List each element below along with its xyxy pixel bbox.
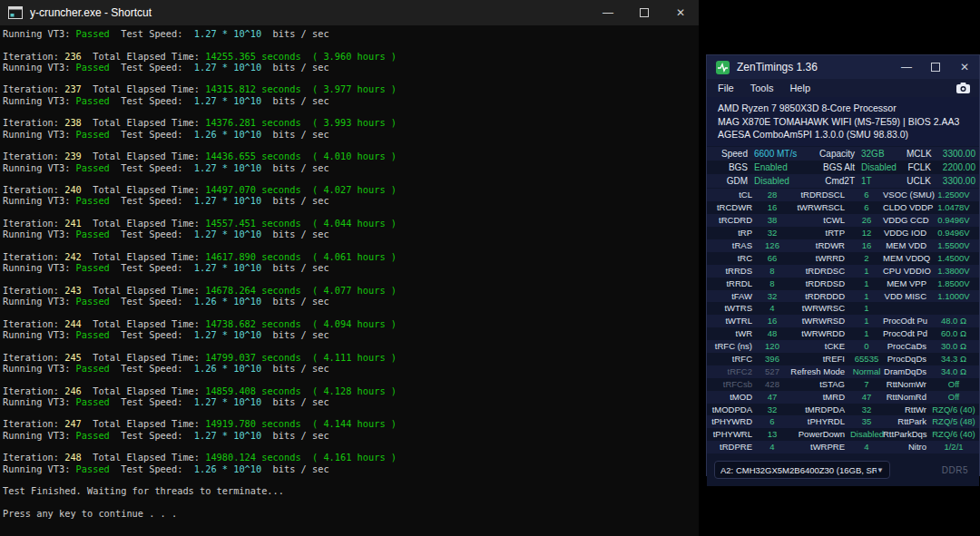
zentimings-close-button[interactable]: ✕ — [950, 55, 979, 79]
agesa-version: AGESA ComboAm5PI 1.3.0.0 (SMU 98.83.0) — [718, 128, 979, 141]
zentimings-minimize-button[interactable]: — — [892, 55, 921, 79]
menu-help[interactable]: Help — [781, 83, 818, 93]
timing-value: 32 — [758, 290, 787, 303]
timing-value: 527 — [758, 365, 787, 378]
timing-value: 4 — [850, 441, 883, 453]
memory-module-dropdown[interactable]: A2: CMH32GX5M2B6400Z30 (16GB, SR) ▼ — [714, 461, 890, 479]
bottom-bar: A2: CMH32GX5M2B6400Z30 (16GB, SR) ▼ DDR5 — [707, 453, 979, 486]
timing-label: VDDG CCD — [883, 214, 932, 227]
timing-label: VSOC (SMU) — [883, 189, 932, 201]
timing-value: 1.4500V — [932, 252, 975, 265]
console-blank-line — [3, 207, 699, 218]
maximize-icon — [640, 8, 649, 17]
timing-row: tRP32tRTP12VDDG IOD0.9496V — [707, 227, 979, 239]
console-running-line: Running VT3: Passed Test Speed: 1.27 * 1… — [3, 430, 699, 441]
zentimings-window: ZenTimings 1.36 — ✕ File Tools Help AMD … — [706, 54, 980, 476]
timing-label: tSTAG — [787, 378, 850, 391]
menu-file[interactable]: File — [707, 83, 742, 93]
timing-value: 8 — [758, 278, 787, 290]
console-running-line: Running VT3: Passed Test Speed: 1.27 * 1… — [3, 262, 699, 273]
console-minimize-button[interactable]: — — [590, 0, 626, 25]
console-close-button[interactable]: ✕ — [662, 0, 699, 25]
timing-value: 1.5500V — [932, 239, 975, 252]
timing-label: tWRWRSCL — [787, 201, 850, 214]
timing-value: 4 — [758, 441, 787, 453]
timing-label: ProcOdt Pu — [883, 315, 932, 327]
timing-value: 16 — [758, 315, 787, 327]
timing-row: tWTRL16tWRWRSD1ProcOdt Pu48.0 Ω — [707, 315, 979, 327]
timing-value: 1 — [850, 278, 883, 290]
config-value: Disabled — [861, 161, 906, 174]
timing-value: RZQ/5 (48) — [932, 415, 975, 428]
timing-row: tPHYWRL13PowerDownDisabledRttParkDqsRZQ/… — [707, 428, 979, 441]
timing-value: Off — [932, 378, 975, 391]
timing-row: tWR48tWRWRDD1ProcOdt Pd60.0 Ω — [707, 327, 979, 340]
timing-label: tRC — [707, 252, 758, 265]
zentimings-maximize-button[interactable] — [921, 55, 950, 79]
timing-value: 1.3800V — [932, 265, 975, 278]
timing-value: 47 — [850, 391, 883, 404]
timing-value: 1 — [850, 265, 883, 278]
console-footer-line: Test Finished. Waiting for threads to te… — [3, 485, 699, 496]
timing-label: tCL — [707, 189, 758, 201]
timing-label: tREFI — [787, 353, 850, 365]
timing-label: CLDO VDDP — [883, 201, 932, 214]
timing-label: tWRWRSD — [787, 315, 850, 327]
console-blank-line — [3, 441, 699, 452]
timing-label: tCKE — [787, 340, 850, 353]
timing-value: 8 — [758, 265, 787, 278]
timing-value: 1 — [850, 327, 883, 340]
timing-label: tWRRD — [787, 252, 850, 265]
timing-value: 1.8500V — [932, 278, 975, 290]
timing-row: tPHYWRD6tPHYRDL35RttParkRZQ/5 (48) — [707, 415, 979, 428]
console-maximize-button[interactable] — [626, 0, 662, 25]
timing-value: Disabled — [850, 428, 883, 441]
console-blank-line — [3, 474, 699, 485]
memory-type-badge: DDR5 — [942, 465, 968, 475]
console-app-icon — [8, 6, 23, 19]
camera-icon — [956, 83, 970, 93]
config-value: Disabled — [754, 174, 808, 188]
console-window: y-cruncher.exe - Shortcut — ✕ Running VT… — [0, 0, 699, 536]
timing-label: RttNomRd — [883, 391, 932, 404]
config-value: 6600 MT/s — [754, 147, 808, 161]
timing-value: 2 — [850, 252, 883, 265]
timing-value: 32 — [758, 227, 787, 239]
screenshot-button[interactable] — [956, 83, 970, 93]
timing-value: 16 — [758, 201, 787, 214]
timing-value: 0.9496V — [932, 227, 975, 239]
timing-label: DramDqDs — [883, 365, 932, 378]
timing-value: 66 — [758, 252, 787, 265]
menu-tools[interactable]: Tools — [742, 83, 782, 93]
timing-value: 4 — [758, 302, 787, 315]
console-running-line: Running VT3: Passed Test Speed: 1.27 * 1… — [3, 28, 699, 39]
config-label: Cmd2T — [808, 174, 861, 188]
config-label: Capacity — [808, 147, 861, 161]
timing-value: 126 — [758, 239, 787, 252]
memory-module-label: A2: CMH32GX5M2B6400Z30 (16GB, SR) — [720, 465, 877, 475]
timing-value: 1 — [850, 302, 883, 315]
timing-label: tMODPDA — [707, 404, 758, 416]
timing-value — [932, 302, 975, 315]
console-iteration-line: Iteration: 241 Total Elapsed Time: 14557… — [3, 218, 699, 229]
timing-value: 34.3 Ω — [932, 353, 975, 365]
timing-label: MEM VPP — [883, 278, 932, 290]
timing-label: ProcCaDs — [883, 340, 932, 353]
timing-label: MEM VDD — [883, 239, 932, 252]
system-info-panel: AMD Ryzen 7 9850X3D 8-Core Processor MAG… — [707, 97, 979, 146]
console-iteration-line: Iteration: 244 Total Elapsed Time: 14738… — [3, 318, 699, 329]
timing-value: 1 — [850, 315, 883, 327]
timing-value: 60.0 Ω — [932, 327, 975, 340]
timing-label: tPHYWRD — [707, 415, 758, 428]
timing-label: tWRWRSC — [787, 302, 850, 315]
console-iteration-line: Iteration: 245 Total Elapsed Time: 14799… — [3, 352, 699, 363]
config-label: UCLK — [906, 174, 937, 188]
timing-label: tRCDRD — [707, 214, 758, 227]
timing-label: tRRDS — [707, 265, 758, 278]
console-running-line: Running VT3: Passed Test Speed: 1.27 * 1… — [3, 162, 699, 173]
timing-label: MEM VDDQ — [883, 252, 932, 265]
console-iteration-line: Iteration: 240 Total Elapsed Time: 14497… — [3, 184, 699, 195]
console-running-line: Running VT3: Passed Test Speed: 1.27 * 1… — [3, 62, 699, 73]
console-iteration-line: Iteration: 243 Total Elapsed Time: 14678… — [3, 285, 699, 296]
timing-value: 7 — [850, 378, 883, 391]
